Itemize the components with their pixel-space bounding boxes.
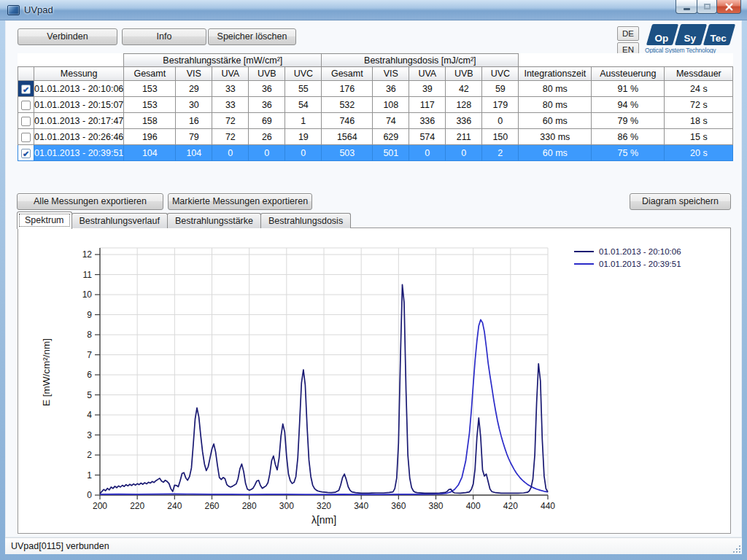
row-checkbox[interactable] — [21, 133, 31, 142]
cell[interactable]: 91 % — [592, 81, 665, 97]
tab-bestrahlungsstaerke[interactable]: Bestrahlungsstärke — [167, 213, 261, 228]
cell[interactable]: 1564 — [322, 129, 373, 145]
table-row[interactable]: 01.01.2013 - 20:26:461967972261915646295… — [18, 129, 733, 145]
checkbox-cell[interactable] — [18, 129, 34, 145]
table-row[interactable]: 01.01.2013 - 20:17:471581672691746743363… — [18, 113, 733, 129]
language-de-button[interactable]: DE — [617, 26, 639, 41]
cell[interactable]: 80 ms — [519, 97, 592, 113]
row-checkbox[interactable]: ✔ — [21, 85, 31, 94]
cell[interactable]: 72 — [212, 129, 249, 145]
column-header[interactable]: UVC — [285, 67, 322, 81]
column-header[interactable]: VIS — [176, 67, 212, 81]
cell[interactable]: 153 — [124, 97, 176, 113]
cell[interactable]: 19 — [285, 129, 322, 145]
cell[interactable]: 108 — [373, 97, 409, 113]
cell[interactable]: 75 % — [592, 145, 665, 161]
cell[interactable]: 33 — [212, 97, 249, 113]
cell[interactable]: 54 — [285, 97, 322, 113]
column-header[interactable]: Aussteuerung — [592, 67, 665, 81]
column-header[interactable]: Messung — [34, 67, 124, 81]
cell[interactable]: 39 — [409, 81, 446, 97]
cell[interactable]: 532 — [322, 97, 373, 113]
cell[interactable]: 26 — [249, 129, 285, 145]
checkbox-cell[interactable] — [18, 113, 34, 129]
cell[interactable]: 104 — [124, 145, 176, 161]
cell[interactable]: 179 — [482, 97, 519, 113]
table-row[interactable]: 01.01.2013 - 20:15:071533033365453210811… — [18, 97, 733, 113]
minimize-button[interactable] — [676, 0, 697, 14]
cell[interactable]: 128 — [446, 97, 482, 113]
cell[interactable]: 36 — [249, 97, 285, 113]
cell[interactable]: 746 — [322, 113, 373, 129]
cell[interactable]: 176 — [322, 81, 373, 97]
cell[interactable]: 36 — [249, 81, 285, 97]
cell[interactable]: 01.01.2013 - 20:15:07 — [34, 97, 124, 113]
column-header[interactable]: Gesamt — [124, 67, 176, 81]
cell[interactable]: 629 — [373, 129, 409, 145]
column-header[interactable]: UVC — [482, 67, 519, 81]
maximize-button[interactable] — [697, 0, 717, 14]
cell[interactable]: 158 — [124, 113, 176, 129]
checkbox-cell[interactable] — [18, 97, 34, 113]
cell[interactable]: 94 % — [592, 97, 665, 113]
column-header[interactable]: UVA — [212, 67, 249, 81]
export-marked-button[interactable]: Markierte Messungen exportieren — [168, 193, 312, 210]
cell[interactable]: 36 — [373, 81, 409, 97]
cell[interactable]: 0 — [446, 145, 482, 161]
cell[interactable]: 42 — [446, 81, 482, 97]
cell[interactable]: 01.01.2013 - 20:39:51 — [34, 145, 124, 161]
cell[interactable]: 0 — [409, 145, 446, 161]
cell[interactable]: 33 — [212, 81, 249, 97]
cell[interactable]: 55 — [285, 81, 322, 97]
column-header[interactable]: Integrationszeit — [519, 67, 592, 81]
resize-grip[interactable] — [732, 544, 740, 553]
column-header[interactable]: Messdauer — [665, 67, 733, 81]
cell[interactable]: 69 — [249, 113, 285, 129]
info-button[interactable]: Info — [122, 28, 206, 45]
checkbox-cell[interactable]: ✔ — [18, 81, 34, 97]
table-row[interactable]: ✔01.01.2013 - 20:10:06153293336551763639… — [18, 81, 733, 97]
cell[interactable]: 79 % — [592, 113, 665, 129]
cell[interactable]: 01.01.2013 - 20:10:06 — [34, 81, 124, 97]
cell[interactable]: 211 — [446, 129, 482, 145]
tab-spektrum[interactable]: Spektrum — [17, 211, 72, 229]
cell[interactable]: 336 — [409, 113, 446, 129]
column-header[interactable]: UVB — [446, 67, 482, 81]
column-header[interactable]: VIS — [373, 67, 409, 81]
cell[interactable]: 01.01.2013 - 20:26:46 — [34, 129, 124, 145]
cell[interactable]: 0 — [212, 145, 249, 161]
row-checkbox[interactable] — [21, 117, 31, 126]
column-header[interactable]: UVA — [409, 67, 446, 81]
cell[interactable]: 24 s — [665, 81, 733, 97]
cell[interactable]: 0 — [285, 145, 322, 161]
cell[interactable]: 74 — [373, 113, 409, 129]
tab-bestrahlungsverlauf[interactable]: Bestrahlungsverlauf — [71, 213, 168, 228]
cell[interactable]: 1 — [285, 113, 322, 129]
cell[interactable]: 79 — [176, 129, 212, 145]
cell[interactable]: 117 — [409, 97, 446, 113]
cell[interactable]: 86 % — [592, 129, 665, 145]
cell[interactable]: 153 — [124, 81, 176, 97]
row-checkbox[interactable]: ✔ — [21, 149, 31, 158]
cell[interactable]: 15 s — [665, 129, 733, 145]
cell[interactable]: 60 ms — [519, 145, 592, 161]
cell[interactable]: 30 — [176, 97, 212, 113]
close-button[interactable] — [716, 0, 741, 14]
cell[interactable]: 330 ms — [519, 129, 592, 145]
cell[interactable]: 503 — [322, 145, 373, 161]
cell[interactable]: 72 — [212, 113, 249, 129]
cell[interactable]: 150 — [482, 129, 519, 145]
cell[interactable]: 2 — [482, 145, 519, 161]
column-header[interactable]: UVB — [249, 67, 285, 81]
cell[interactable]: 336 — [446, 113, 482, 129]
cell[interactable]: 104 — [176, 145, 212, 161]
cell[interactable]: 01.01.2013 - 20:17:47 — [34, 113, 124, 129]
title-bar[interactable]: UVpad — [0, 0, 747, 20]
column-header[interactable]: Gesamt — [322, 67, 373, 81]
cell[interactable]: 59 — [482, 81, 519, 97]
cell[interactable]: 196 — [124, 129, 176, 145]
export-all-button[interactable]: Alle Messungen exportieren — [17, 193, 163, 210]
save-diagram-button[interactable]: Diagram speichern — [630, 193, 731, 210]
cell[interactable]: 0 — [249, 145, 285, 161]
cell[interactable]: 501 — [373, 145, 409, 161]
